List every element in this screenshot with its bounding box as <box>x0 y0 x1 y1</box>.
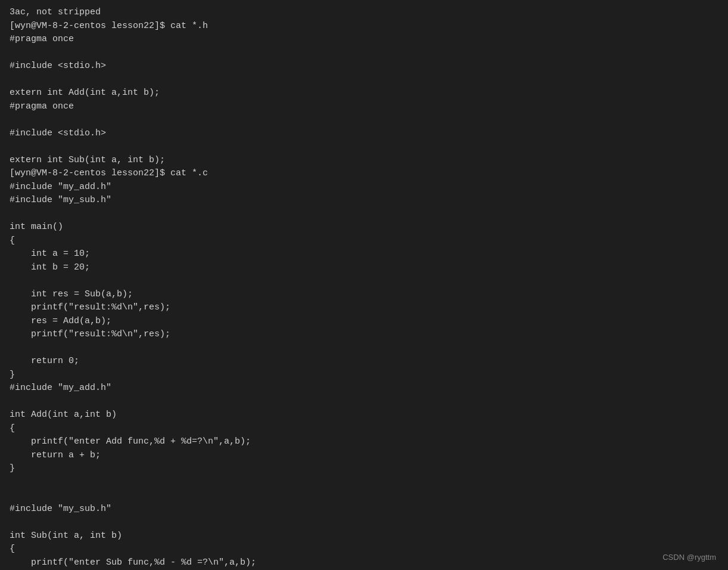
watermark: CSDN @rygttm <box>662 552 716 563</box>
terminal-output: 3ac, not stripped [wyn@VM-8-2-centos les… <box>10 6 718 570</box>
